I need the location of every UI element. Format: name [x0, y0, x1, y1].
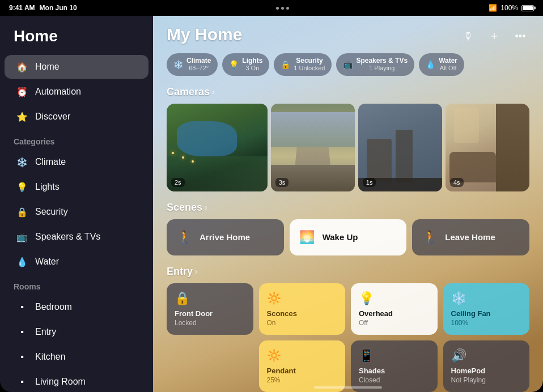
sidebar-item-discover[interactable]: ⭐ Discover — [5, 105, 149, 129]
device-sconces-name-area: Sconces On — [267, 306, 338, 327]
more-button[interactable]: ••• — [511, 27, 529, 45]
device-ceiling-fan[interactable]: ❄️ Ceiling Fan 100% — [443, 283, 530, 335]
device-shades-name-area: Shades Closed — [359, 363, 430, 384]
device-sconces-top: 🔆 — [267, 291, 338, 305]
sidebar-speakers-label: Speakers & TVs — [35, 232, 100, 242]
cameras-label: Cameras — [167, 86, 210, 98]
scenes-section-header[interactable]: Scenes › — [167, 202, 529, 214]
sidebar-item-bedroom[interactable]: ▪️ Bedroom — [5, 295, 149, 319]
wifi-icon: 📶 — [489, 4, 497, 12]
sconces-name: Sconces — [267, 309, 338, 318]
chip-climate[interactable]: ❄️ Climate 68–72° — [167, 53, 218, 76]
bedroom-icon: ▪️ — [16, 301, 28, 313]
sidebar-item-home[interactable]: 🏠 Home — [5, 55, 149, 79]
sidebar-item-lights[interactable]: 💡 Lights — [5, 175, 149, 199]
device-pendant[interactable]: 🔆 Pendant 25% — [259, 340, 346, 392]
chip-lights[interactable]: 💡 Lights 3 On — [222, 53, 269, 76]
ceiling-fan-icon: ❄️ — [451, 291, 467, 306]
scenes-row: 🚶 Arrive Home 🌅 Wake Up 🚶 Leave Home — [167, 219, 529, 255]
device-overhead-top: 💡 — [359, 291, 430, 306]
chip-water-value: All Off — [439, 65, 457, 72]
device-homepod[interactable]: 🔊 HomePod Not Playing — [443, 340, 530, 392]
camera-gym[interactable]: 1s — [358, 104, 442, 191]
scene-arrive-home[interactable]: 🚶 Arrive Home — [167, 219, 284, 255]
camera-driveway[interactable]: 3s — [271, 104, 355, 191]
camera-pool[interactable]: 2s — [167, 104, 268, 191]
homepod-name: HomePod — [451, 367, 522, 375]
add-button[interactable]: + — [485, 27, 503, 45]
status-bar-center — [276, 7, 289, 10]
device-frame: 9:41 AM Mon Jun 10 📶 100% Home 🏠 Home — [0, 0, 543, 392]
discover-icon: ⭐ — [16, 110, 28, 123]
sidebar-bedroom-label: Bedroom — [35, 302, 72, 312]
chip-climate-label: Climate — [186, 57, 211, 65]
sidebar-item-automation[interactable]: ⏰ Automation — [5, 80, 149, 104]
wake-up-icon: 🌅 — [299, 230, 316, 245]
sidebar-item-entry[interactable]: ▪️ Entry — [5, 320, 149, 344]
device-sconces[interactable]: 🔆 Sconces On — [259, 283, 346, 335]
dot3 — [286, 7, 289, 10]
chip-speakers[interactable]: 📺 Speakers & TVs 1 Playing — [336, 53, 414, 76]
pool-water-visual — [177, 121, 237, 156]
waveform-button[interactable]: 🎙 — [459, 27, 477, 45]
cameras-row: 2s 3s — [167, 104, 529, 191]
device-tiles-grid: 🔒 Front Door Locked 🔆 Sconces — [167, 283, 529, 392]
lights-icon: 💡 — [16, 181, 28, 193]
chip-security[interactable]: 🔒 Security 1 Unlocked — [274, 53, 332, 76]
chip-water-content: Water All Off — [439, 57, 457, 73]
scene-leave-home[interactable]: 🚶 Leave Home — [412, 219, 529, 255]
device-shades[interactable]: 📱 Shades Closed — [351, 340, 438, 392]
scene-wake-up[interactable]: 🌅 Wake Up — [290, 219, 407, 255]
battery-icon — [521, 5, 534, 11]
chip-climate-icon: ❄️ — [173, 60, 183, 69]
chip-speakers-content: Speakers & TVs 1 Playing — [356, 57, 408, 73]
chip-speakers-label: Speakers & TVs — [356, 57, 408, 65]
sidebar-item-livingroom[interactable]: ▪️ Living Room — [5, 370, 149, 392]
kitchen-icon: ▪️ — [16, 351, 28, 363]
chip-security-icon: 🔒 — [281, 60, 290, 69]
device-overhead[interactable]: 💡 Overhead Off — [351, 283, 438, 335]
entry-section-header[interactable]: Entry › — [167, 266, 529, 278]
driveway-sky — [271, 112, 355, 147]
pool-light-2 — [182, 156, 184, 159]
water-icon: 💧 — [16, 255, 28, 268]
sidebar-livingroom-label: Living Room — [35, 377, 86, 387]
shades-state: Closed — [359, 376, 430, 384]
add-icon: + — [491, 29, 498, 44]
sidebar-item-climate[interactable]: ❄️ Climate — [5, 150, 149, 174]
sidebar-item-speakers[interactable]: 📺 Speakers & TVs — [5, 225, 149, 249]
sidebar-climate-label: Climate — [35, 157, 66, 167]
chip-climate-value: 68–72° — [186, 65, 211, 72]
gym-equipment-2 — [396, 130, 413, 182]
status-bar-right: 📶 100% — [489, 4, 534, 12]
climate-icon: ❄️ — [16, 156, 28, 168]
sidebar-title: Home — [0, 27, 153, 54]
cameras-section-header[interactable]: Cameras › — [167, 86, 529, 98]
entry-chevron: › — [195, 267, 198, 276]
sidebar-item-security[interactable]: 🔒 Security — [5, 200, 149, 224]
chip-lights-label: Lights — [242, 57, 262, 65]
speakers-icon: 📺 — [16, 231, 28, 243]
sconces-icon: 🔆 — [267, 291, 283, 305]
home-icon: 🏠 — [16, 61, 28, 73]
device-ceiling-fan-name-area: Ceiling Fan 100% — [451, 306, 522, 327]
homepod-icon: 🔊 — [451, 348, 467, 363]
shades-name: Shades — [359, 367, 430, 375]
wake-up-label: Wake Up — [323, 232, 358, 242]
leave-home-icon: 🚶 — [421, 230, 438, 245]
device-front-door[interactable]: 🔒 Front Door Locked — [167, 283, 253, 335]
sidebar-item-water[interactable]: 💧 Water — [5, 250, 149, 274]
chip-lights-icon: 💡 — [229, 60, 239, 69]
sidebar-item-kitchen[interactable]: ▪️ Kitchen — [5, 345, 149, 369]
sidebar-kitchen-label: Kitchen — [35, 352, 65, 362]
entry-label: Entry — [167, 266, 193, 278]
camera-interior[interactable]: 4s — [446, 104, 529, 191]
device-ceiling-fan-top: ❄️ — [451, 291, 522, 306]
livingroom-icon: ▪️ — [16, 376, 28, 388]
status-bar: 9:41 AM Mon Jun 10 📶 100% — [0, 0, 543, 16]
chip-water[interactable]: 💧 Water All Off — [419, 53, 464, 76]
battery-fill — [523, 6, 533, 10]
waveform-icon: 🎙 — [463, 31, 473, 42]
chip-security-label: Security — [294, 57, 325, 65]
leave-home-label: Leave Home — [445, 232, 495, 242]
